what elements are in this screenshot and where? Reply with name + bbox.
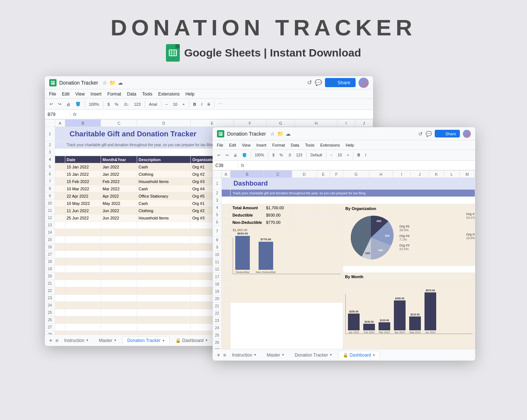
- history-icon[interactable]: ↺: [307, 79, 312, 86]
- menu-format[interactable]: Format: [107, 92, 121, 97]
- zoom-front[interactable]: 100%: [253, 152, 266, 158]
- history-icon-front[interactable]: ↺: [418, 131, 423, 137]
- font-name[interactable]: Arial: [147, 101, 159, 107]
- num-front[interactable]: 123: [294, 152, 304, 158]
- tab-instruction-back[interactable]: Instruction ▼: [60, 337, 93, 345]
- menu-format-front[interactable]: Format: [272, 143, 285, 147]
- chat-icon-front[interactable]: 💬: [426, 131, 432, 137]
- font-front[interactable]: Default: [309, 152, 324, 158]
- paint-icon[interactable]: 🪣: [74, 101, 82, 107]
- tab-donation-tracker-front[interactable]: Donation Tracker ▼: [290, 351, 337, 359]
- font-size[interactable]: 10: [171, 101, 179, 107]
- menu-file[interactable]: File: [49, 92, 56, 97]
- number-btn[interactable]: 123: [132, 101, 142, 107]
- header-monthyear: Month&Year: [101, 156, 137, 163]
- tab-master-front[interactable]: Master ▼: [262, 351, 289, 359]
- menu-extensions-front[interactable]: Extensions: [320, 143, 340, 147]
- menu-help-front[interactable]: Help: [346, 143, 354, 147]
- bar-jun: $570.00 Jun 2022: [425, 289, 436, 334]
- tab-menu-back[interactable]: ≡: [55, 338, 58, 343]
- formula-bar-back: B79 fx: [45, 110, 373, 119]
- curr-front[interactable]: $: [271, 152, 276, 158]
- redo-icon[interactable]: ↪: [56, 101, 63, 107]
- tab-master-back[interactable]: Master ▼: [94, 337, 121, 345]
- col-header-J[interactable]: J: [355, 120, 373, 127]
- menu-help[interactable]: Help: [185, 92, 194, 97]
- menu-view[interactable]: View: [75, 92, 85, 97]
- fplus-front[interactable]: +: [345, 152, 351, 158]
- undo-icon[interactable]: ↩: [48, 101, 55, 107]
- share-icon-front: 👤: [438, 131, 443, 136]
- menu-insert[interactable]: Insert: [90, 92, 101, 97]
- tab-add-front[interactable]: +: [216, 352, 222, 358]
- dash-row-1: 1 Dashboard: [213, 178, 475, 190]
- star-icon-front[interactable]: ☆: [270, 131, 275, 137]
- menu-tools[interactable]: Tools: [142, 92, 152, 97]
- tab-donation-tracker-back[interactable]: Donation Tracker ▼: [123, 336, 170, 345]
- tab-menu-front[interactable]: ≡: [223, 352, 226, 358]
- cloud-icon-front[interactable]: ☁: [286, 131, 291, 137]
- avatar-back: [359, 78, 369, 88]
- col-header-H[interactable]: H: [295, 120, 337, 127]
- bold-btn[interactable]: B: [191, 101, 198, 107]
- share-button-back[interactable]: 👤 Share: [325, 78, 356, 87]
- menu-data-front[interactable]: Data: [291, 143, 299, 147]
- stat-total-label: Total Amount: [230, 204, 264, 211]
- tab-dashboard-front[interactable]: 🔒 Dashboard ▼: [338, 351, 380, 359]
- decimal-btn[interactable]: .0↓: [122, 101, 131, 107]
- col-header-D[interactable]: D: [137, 120, 191, 127]
- col-headers-front: A B C D E F G H I J K L M: [213, 171, 475, 178]
- currency-btn[interactable]: $: [106, 101, 112, 107]
- more-tools[interactable]: ⋯: [217, 101, 224, 107]
- menu-extensions[interactable]: Extensions: [158, 92, 180, 97]
- col-header-F[interactable]: F: [233, 120, 266, 127]
- tab-instruction-front[interactable]: Instruction ▼: [228, 351, 261, 359]
- tab-add-back[interactable]: +: [48, 337, 54, 344]
- col-header-C[interactable]: C: [101, 120, 137, 127]
- svg-rect-6: [219, 133, 222, 134]
- menu-view-front[interactable]: View: [242, 143, 251, 147]
- italic-btn[interactable]: I: [199, 101, 204, 107]
- fminus-front[interactable]: −: [329, 152, 334, 158]
- redo-front[interactable]: ↪: [224, 152, 230, 158]
- paint-front[interactable]: 🪣: [240, 152, 248, 158]
- cloud-icon[interactable]: ☁: [118, 80, 123, 86]
- cell-A1: [55, 127, 65, 141]
- print-icon[interactable]: 🖨: [65, 101, 72, 107]
- col-header-E[interactable]: E: [191, 120, 234, 127]
- font-increase[interactable]: +: [181, 101, 186, 107]
- print-front[interactable]: 🖨: [232, 152, 239, 158]
- dec-front[interactable]: .0: [286, 152, 293, 158]
- share-icon: 👤: [330, 80, 336, 85]
- svg-rect-1: [51, 82, 54, 82]
- col-header-B[interactable]: B: [65, 120, 101, 127]
- menu-data[interactable]: Data: [127, 92, 136, 97]
- tab-dashboard-back[interactable]: 🔒 Dashboard ▼: [171, 337, 212, 345]
- folder-icon-front[interactable]: 📁: [277, 131, 283, 137]
- font-decrease[interactable]: −: [164, 101, 170, 107]
- chat-icon[interactable]: 💬: [315, 79, 322, 86]
- italic-front[interactable]: I: [363, 152, 368, 158]
- cell-ref-front[interactable]: C38: [213, 163, 238, 168]
- cell-ref-back[interactable]: B79: [45, 112, 70, 117]
- fsize-front[interactable]: 10: [336, 152, 344, 158]
- title-bar-right-front: ↺ 💬 👤 Share: [418, 130, 470, 138]
- share-button-front[interactable]: 👤 Share: [435, 130, 460, 137]
- menu-file-front[interactable]: File: [217, 143, 224, 147]
- star-icon[interactable]: ☆: [102, 80, 107, 86]
- percent-btn[interactable]: %: [113, 101, 120, 107]
- menu-insert-front[interactable]: Insert: [256, 143, 267, 147]
- menu-edit[interactable]: Edit: [62, 92, 70, 97]
- folder-icon[interactable]: 📁: [109, 80, 116, 86]
- strike-btn[interactable]: S: [206, 101, 212, 107]
- menu-tools-front[interactable]: Tools: [305, 143, 314, 147]
- pct-front[interactable]: %: [278, 152, 285, 158]
- col-header-I[interactable]: I: [337, 120, 355, 127]
- zoom-level[interactable]: 100%: [87, 101, 101, 107]
- undo-front[interactable]: ↩: [216, 152, 222, 158]
- bold-front[interactable]: B: [356, 152, 362, 158]
- menu-edit-front[interactable]: Edit: [229, 143, 236, 147]
- col-header-A[interactable]: A: [55, 120, 65, 127]
- svg-rect-3: [51, 83, 53, 83]
- col-header-G[interactable]: G: [266, 120, 295, 127]
